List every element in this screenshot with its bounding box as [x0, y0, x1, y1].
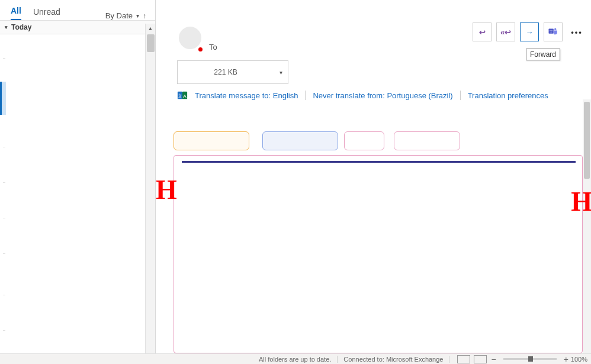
reading-pane: To ↩ «↩ → T ••• Forward 221 KB ▾: [156, 0, 591, 364]
share-to-teams-button[interactable]: T: [544, 22, 563, 41]
teams-icon: T: [548, 26, 558, 38]
svg-text:文: 文: [178, 94, 182, 99]
chevron-down-icon: ▾: [5, 24, 8, 30]
zoom-in-button[interactable]: +: [564, 355, 568, 364]
separator: [337, 356, 338, 363]
group-header-today[interactable]: ▾ Today: [0, 20, 155, 34]
annotation-h-left: H: [156, 174, 177, 205]
scrollbar-thumb[interactable]: [147, 34, 155, 52]
scroll-up-icon[interactable]: ▲: [146, 24, 155, 34]
forward-tooltip: Forward: [526, 49, 560, 60]
tab-all[interactable]: All: [11, 6, 21, 20]
reply-all-button[interactable]: «↩: [496, 22, 515, 41]
sort-by-button[interactable]: By Date ▾ ↑: [105, 11, 144, 20]
list-rule-marks: [0, 34, 8, 364]
separator: [305, 91, 306, 100]
zoom-slider[interactable]: [503, 358, 557, 360]
translate-to-link[interactable]: Translate message to: English: [195, 91, 298, 100]
message-list-scrollbar[interactable]: ▲ ▼: [145, 24, 155, 364]
chevron-down-icon: ▾: [136, 12, 139, 19]
message-actions: ↩ «↩ → T •••: [473, 22, 586, 41]
forward-button[interactable]: →: [520, 22, 539, 41]
annotation-h-right: H: [571, 186, 591, 217]
body-chip: [394, 131, 460, 150]
sort-by-label: By Date: [105, 11, 133, 20]
body-chip: [262, 131, 338, 150]
body-header-rule: [182, 161, 576, 163]
message-list-tabs: All Unread By Date ▾ ↑: [0, 0, 155, 20]
to-label: To: [209, 43, 217, 51]
separator: [449, 356, 449, 363]
zoom-slider-thumb[interactable]: [528, 356, 533, 362]
forward-icon: →: [526, 28, 534, 37]
reply-all-icon: «↩: [500, 28, 511, 37]
separator: [460, 91, 461, 100]
tab-unread[interactable]: Unread: [33, 7, 60, 20]
status-bar: All folders are up to date. Connected to…: [0, 353, 591, 364]
translation-preferences-link[interactable]: Translation preferences: [468, 91, 548, 100]
view-normal-icon[interactable]: [457, 355, 470, 363]
group-header-label: Today: [11, 23, 31, 31]
body-chip: [174, 131, 249, 150]
scrollbar-thumb[interactable]: [584, 102, 590, 179]
reading-pane-scrollbar[interactable]: [583, 99, 591, 353]
view-reading-icon[interactable]: [474, 355, 487, 363]
status-connection: Connected to: Microsoft Exchange: [343, 356, 443, 363]
reply-icon: ↩: [479, 28, 486, 37]
zoom-level[interactable]: 100%: [571, 356, 587, 363]
translate-bar: 文A Translate message to: English Never t…: [177, 90, 548, 101]
sort-direction-icon[interactable]: ↑: [143, 12, 144, 20]
svg-point-2: [554, 28, 556, 30]
message-list-body[interactable]: [0, 34, 155, 364]
never-translate-link[interactable]: Never translate from: Portuguese (Brazil…: [313, 91, 452, 100]
body-chip: [344, 131, 384, 150]
body-frame: [174, 155, 583, 353]
attachment-item[interactable]: 221 KB ▾: [177, 60, 288, 84]
message-list-pane: All Unread By Date ▾ ↑ ▾ Today ▲ ▼: [0, 0, 156, 364]
ellipsis-icon: •••: [571, 28, 583, 37]
reply-button[interactable]: ↩: [473, 22, 492, 41]
chevron-down-icon[interactable]: ▾: [274, 69, 288, 76]
zoom-out-button[interactable]: −: [491, 355, 496, 364]
svg-text:A: A: [183, 94, 187, 99]
attachment-size: 221 KB: [178, 68, 274, 76]
translate-icon: 文A: [177, 90, 188, 101]
presence-indicator-icon: [197, 46, 204, 53]
more-actions-button[interactable]: •••: [567, 22, 586, 41]
status-folders: All folders are up to date.: [259, 356, 331, 363]
